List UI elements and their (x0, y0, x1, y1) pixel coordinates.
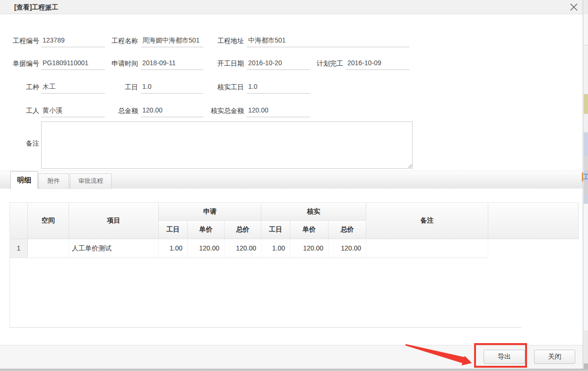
dispatch-view-dialog: [查看]工程派工 工程编号 123789 工程名称 周海媚中海都市501 工程地… (0, 0, 583, 369)
form-row: 工程编号 123789 工程名称 周海媚中海都市501 工程地址 中海都市501 (0, 34, 411, 47)
field-label: 核实总金额 (204, 104, 244, 117)
column-header-verify-total-price[interactable]: 总价 (329, 221, 366, 239)
field-label: 总金额 (100, 104, 138, 117)
column-header-verify-unit-price[interactable]: 单价 (290, 221, 329, 239)
field-label: 计划完工 (306, 57, 343, 70)
field-label: 核实工日 (204, 80, 244, 94)
export-button[interactable]: 导出 (484, 350, 525, 364)
worker-field[interactable]: 黄小溪 (41, 104, 105, 117)
column-group-apply[interactable]: 申请 (159, 203, 261, 221)
column-header-filler (488, 203, 579, 239)
detail-table: 空间 项目 申请 核实 备注 工日 单价 总价 工日 单价 总价 1 人工单价测… (9, 202, 578, 327)
dialog-footer: 导出 关闭 (0, 345, 583, 369)
field-label: 工程地址 (204, 34, 244, 47)
tab-strip: 明细 附件 审批流程 (0, 171, 583, 189)
form-row: 单据编号 PG1809110001 申请时间 2018-09-11 开工日期 2… (0, 57, 411, 70)
modal-bottom-shadow (0, 369, 588, 371)
close-icon[interactable] (569, 2, 579, 12)
form-row: 工种 木工 工日 1.0 核实工日 1.0 (0, 80, 411, 94)
total-amount-field[interactable]: 120.00 (141, 104, 203, 117)
workday-field[interactable]: 1.0 (141, 80, 203, 94)
apply-workday-cell: 1.00 (159, 239, 188, 258)
tab-approval-flow[interactable]: 审批流程 (70, 173, 112, 189)
remark-cell (366, 239, 488, 258)
column-group-verify[interactable]: 核实 (261, 203, 366, 221)
field-label: 工人 (0, 104, 39, 117)
field-label: 工种 (0, 80, 39, 94)
field-label: 开工日期 (204, 57, 244, 70)
item-cell: 人工单价测试 (69, 239, 159, 258)
project-name-field[interactable]: 周海媚中海都市501 (141, 34, 203, 47)
field-label: 工日 (100, 80, 138, 94)
column-header-item[interactable]: 项目 (69, 203, 159, 239)
background-page-sliver (584, 0, 588, 369)
dialog-header: [查看]工程派工 (0, 0, 583, 14)
remark-textarea[interactable] (41, 121, 413, 169)
start-date-field[interactable]: 2016-10-20 (247, 57, 310, 70)
column-header-apply-total-price[interactable]: 总价 (225, 221, 261, 239)
background-partial-text: 工 (582, 173, 588, 181)
tab-attachment[interactable]: 附件 (38, 173, 69, 189)
apply-unit-price-cell: 120.00 (188, 239, 225, 258)
column-header-apply-workday[interactable]: 工日 (159, 221, 188, 239)
work-type-field[interactable]: 木工 (41, 80, 105, 94)
row-number-cell: 1 (10, 239, 28, 258)
project-address-field[interactable]: 中海都市501 (247, 34, 409, 47)
remark-label: 备注 (0, 139, 39, 148)
form-row: 工人 黄小溪 总金额 120.00 核实总金额 120.00 (0, 104, 411, 117)
project-code-field[interactable]: 123789 (41, 34, 105, 47)
verify-total-price-cell: 120.00 (329, 239, 366, 258)
apply-total-price-cell: 120.00 (225, 239, 261, 258)
verify-workday-cell: 1.00 (261, 239, 290, 258)
verify-unit-price-cell: 120.00 (290, 239, 329, 258)
planned-finish-field[interactable]: 2016-10-09 (346, 57, 409, 70)
column-header-space[interactable]: 空间 (28, 203, 69, 239)
field-label: 工程编号 (0, 34, 39, 47)
column-header-rownum (10, 203, 28, 239)
tab-detail[interactable]: 明细 (10, 171, 38, 189)
field-label: 工程名称 (100, 34, 138, 47)
field-label: 单据编号 (0, 57, 39, 70)
verified-total-amount-field[interactable]: 120.00 (247, 104, 310, 117)
space-cell (28, 239, 69, 258)
screen: [查看]工程派工 工程编号 123789 工程名称 周海媚中海都市501 工程地… (0, 0, 588, 371)
close-button[interactable]: 关闭 (534, 350, 575, 364)
apply-date-field[interactable]: 2018-09-11 (141, 57, 203, 70)
column-header-verify-workday[interactable]: 工日 (261, 221, 290, 239)
table-bottom-border (9, 327, 521, 328)
dialog-title: [查看]工程派工 (14, 0, 58, 14)
column-header-remark[interactable]: 备注 (366, 203, 488, 239)
column-header-apply-unit-price[interactable]: 单价 (188, 221, 225, 239)
document-number-field[interactable]: PG1809110001 (41, 57, 105, 70)
field-label: 申请时间 (100, 57, 138, 70)
verified-workday-field[interactable]: 1.0 (247, 80, 310, 94)
